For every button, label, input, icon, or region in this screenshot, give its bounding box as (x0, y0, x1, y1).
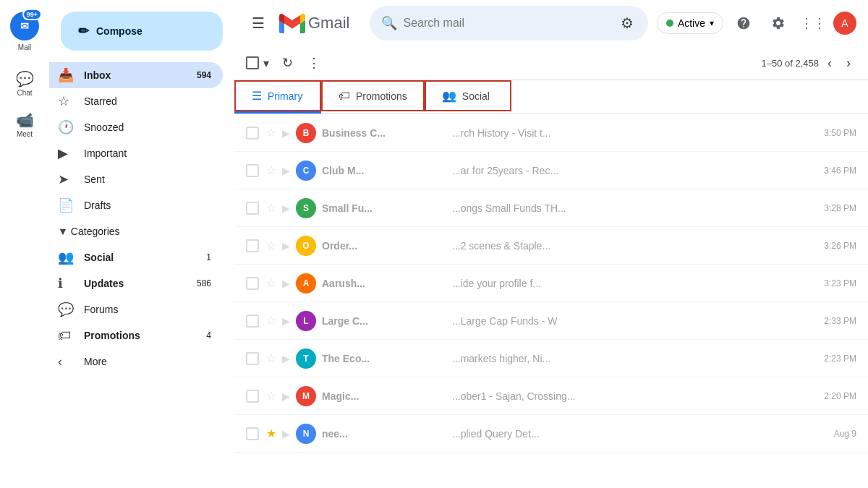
email-avatar: S (296, 198, 316, 218)
select-dropdown-arrow[interactable]: ▾ (259, 52, 273, 74)
help-button[interactable] (729, 9, 758, 38)
nav-updates[interactable]: ℹ Updates 586 (49, 270, 223, 296)
updates-label: Updates (84, 278, 197, 289)
star-button[interactable]: ☆ (266, 389, 276, 403)
email-avatar: B (296, 123, 316, 143)
email-row[interactable]: ☆ ▶ C Club M... ...ar for 25years - Rec.… (234, 152, 868, 189)
email-checkbox[interactable] (246, 390, 260, 403)
nav-promotions[interactable]: 🏷 Promotions 4 (49, 322, 223, 348)
active-chevron-icon: ▾ (710, 18, 714, 28)
tab-social[interactable]: 👥 Social (425, 80, 511, 114)
sidebar-mail-button[interactable]: ✉ 99+ Mail (10, 6, 39, 57)
nav-starred[interactable]: ☆ Starred (49, 88, 223, 114)
sent-icon: ➤ (58, 171, 75, 187)
checkbox[interactable] (246, 164, 259, 177)
important-marker: ▶ (282, 353, 290, 364)
promotions-icon: 🏷 (58, 328, 75, 343)
important-marker: ▶ (282, 278, 290, 289)
nav-sent[interactable]: ➤ Sent (49, 166, 223, 192)
email-row[interactable]: ☆ ▶ B Business C... ...rch History - Vis… (234, 114, 868, 152)
email-checkbox[interactable] (246, 427, 260, 440)
compose-icon: ✏ (78, 23, 89, 39)
hamburger-button[interactable]: ☰ (246, 9, 271, 38)
email-checkbox[interactable] (246, 277, 260, 290)
star-button[interactable]: ☆ (266, 163, 276, 177)
active-dot (666, 20, 673, 27)
compose-button[interactable]: ✏ Compose (61, 12, 223, 51)
nav-important[interactable]: ▶ Important (49, 140, 223, 166)
sidebar-meet-item[interactable]: 📹 Meet (0, 104, 49, 145)
email-checkbox[interactable] (246, 352, 260, 365)
nav-more[interactable]: ‹ More (49, 348, 223, 374)
checkbox[interactable] (246, 127, 259, 140)
more-options-button[interactable]: ⋮ (302, 49, 326, 77)
apps-button[interactable]: ⋮⋮ (799, 9, 827, 38)
inbox-count: 594 (197, 70, 211, 80)
checkbox[interactable] (246, 202, 259, 215)
checkbox[interactable] (246, 277, 259, 290)
prev-page-button[interactable]: ‹ (822, 50, 838, 77)
star-button[interactable]: ☆ (266, 201, 276, 215)
left-panel: ✏ Compose 📥 Inbox 594 ☆ Starred 🕐 Snooze… (49, 0, 234, 488)
social-tab-icon: 👥 (442, 89, 456, 103)
search-input[interactable] (403, 17, 611, 30)
email-checkbox[interactable] (246, 239, 260, 252)
checkbox[interactable] (246, 239, 259, 252)
email-row[interactable]: ☆ ▶ A Aarush... ...ide your profile f...… (234, 265, 868, 302)
email-avatar: T (296, 348, 316, 369)
star-button[interactable]: ★ (266, 427, 276, 440)
star-button[interactable]: ☆ (266, 314, 276, 328)
email-row[interactable]: ☆ ▶ L Large C... ...Large Cap Funds - W … (234, 302, 868, 340)
email-checkbox[interactable] (246, 164, 260, 177)
topbar-right: Active ▾ ⋮⋮ A (657, 9, 856, 38)
email-time: 3:23 PM (824, 278, 856, 288)
email-avatar: L (296, 311, 316, 331)
checkbox[interactable] (246, 390, 259, 403)
email-sender: Large C... (322, 315, 452, 327)
nav-forums[interactable]: 💬 Forums (49, 296, 223, 322)
email-checkbox[interactable] (246, 314, 260, 328)
meet-icon: 📹 (16, 111, 34, 129)
settings-button[interactable] (764, 9, 793, 38)
email-row[interactable]: ★ ▶ N nee... ...plied Query Det... Aug 9 (234, 415, 868, 453)
search-bar[interactable]: 🔍 ⚙ (370, 6, 647, 40)
email-avatar: M (296, 386, 316, 406)
star-button[interactable]: ☆ (266, 351, 276, 365)
nav-social[interactable]: 👥 Social 1 (49, 244, 223, 270)
email-checkbox[interactable] (246, 127, 260, 140)
email-row[interactable]: ☆ ▶ O Order... ...2 scenes & Staple... 3… (234, 227, 868, 265)
checkbox[interactable] (246, 352, 259, 365)
important-label: Important (84, 147, 211, 159)
nav-snoozed[interactable]: 🕐 Snoozed (49, 114, 223, 140)
star-button[interactable]: ☆ (266, 276, 276, 290)
email-row[interactable]: ☆ ▶ S Small Fu... ...ongs Small Funds TH… (234, 189, 868, 227)
checkbox[interactable] (246, 314, 259, 328)
checkbox-box[interactable] (246, 56, 259, 69)
nav-inbox[interactable]: 📥 Inbox 594 (49, 62, 223, 88)
next-page-button[interactable]: › (841, 50, 856, 77)
email-sender: Business C... (322, 127, 452, 139)
categories-header[interactable]: ▼ Categories (49, 218, 223, 244)
nav-drafts[interactable]: 📄 Drafts (49, 192, 223, 218)
email-sender: Small Fu... (322, 202, 452, 214)
email-row[interactable]: ☆ ▶ M Magic... ...ober1 - Sajan, Crossin… (234, 377, 868, 415)
avatar[interactable]: A (833, 12, 856, 35)
tab-promotions[interactable]: 🏷 Promotions (321, 80, 425, 114)
important-marker: ▶ (282, 390, 290, 402)
select-all-checkbox[interactable]: ▾ (246, 52, 273, 74)
tab-primary[interactable]: ☰ Primary (234, 80, 321, 114)
checkbox[interactable] (246, 427, 259, 440)
star-button[interactable]: ☆ (266, 239, 276, 252)
email-checkbox[interactable] (246, 202, 260, 215)
star-button[interactable]: ☆ (266, 126, 276, 140)
email-time: 2:20 PM (824, 391, 856, 401)
important-marker: ▶ (282, 202, 290, 214)
email-subject: ...ober1 - Sajan, Crossing... (452, 390, 812, 402)
important-marker: ▶ (282, 165, 290, 176)
sidebar-chat-item[interactable]: 💬 Chat (0, 63, 49, 104)
search-filter-button[interactable]: ⚙ (618, 12, 637, 35)
active-status-button[interactable]: Active ▾ (657, 12, 723, 34)
gmail-logo: Gmail (279, 14, 349, 33)
email-row[interactable]: ☆ ▶ T The Eco... ...markets higher, Ni..… (234, 340, 868, 377)
refresh-button[interactable]: ↻ (276, 49, 299, 77)
